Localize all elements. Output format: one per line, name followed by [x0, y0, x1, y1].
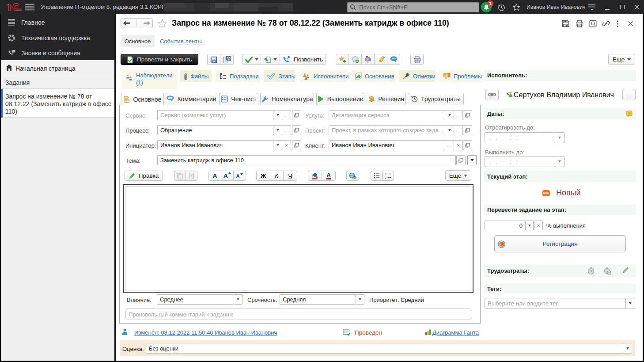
svg-text:2: 2 [385, 176, 386, 179]
svg-text:1: 1 [385, 173, 386, 175]
